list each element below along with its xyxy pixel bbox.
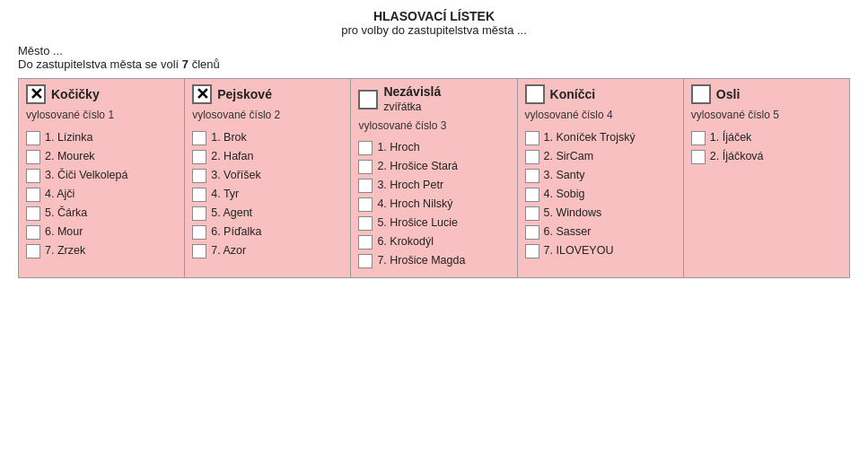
candidate-name: 5. Čárka [45,206,87,220]
candidate-checkbox-kocicky-4[interactable] [26,206,40,221]
candidate-list-kocicky: 1. Lízinka2. Mourek3. Čiči Velkolepá4. A… [26,130,177,258]
list-item: 7. Azor [192,243,343,258]
drawn-number-nezavisla: vylosované číslo 3 [358,118,509,134]
list-item: 5. Windows [525,206,676,221]
candidate-checkbox-osli-1[interactable] [691,150,706,164]
party-column-osli: Oslivylosované číslo 51. Íjáček2. Íjáčko… [684,79,849,277]
candidate-name: 4. Ajči [45,187,75,201]
list-item: 6. Krokodýl [358,234,509,250]
candidate-checkbox-pejskove-5[interactable] [192,225,206,240]
candidate-checkbox-kocicky-5[interactable] [26,225,40,240]
list-item: 2. Íjáčková [691,149,842,164]
candidate-name: 6. Píďalka [211,224,261,239]
party-checkbox-osli[interactable] [691,84,711,104]
candidate-name: 3. Voříšek [211,168,261,182]
columns-wrapper: ✕Kočičkyvylosované číslo 11. Lízinka2. M… [18,78,850,278]
list-item: 3. Čiči Velkolepá [26,168,177,183]
candidate-name: 1. Brok [211,130,247,144]
list-item: 3. Hroch Petr [358,178,509,193]
candidate-list-osli: 1. Íjáček2. Íjáčková [691,130,842,164]
candidate-list-pejskove: 1. Brok2. Hafan3. Voříšek4. Tyr5. Agent6… [192,130,343,258]
candidate-name: 5. Windows [544,206,602,220]
list-item: 4. Ajči [26,187,177,202]
candidate-checkbox-nezavisla-0[interactable] [358,141,373,155]
list-item: 4. Tyr [192,187,343,202]
drawn-number-konicci: vylosované číslo 4 [525,108,676,123]
party-checkbox-nezavisla[interactable] [358,90,378,109]
list-item: 1. Lízinka [26,130,177,145]
candidate-name: 5. Agent [211,206,252,220]
candidate-checkbox-pejskove-0[interactable] [192,131,206,145]
candidate-name: 7. Hrošice Magda [377,253,465,267]
candidate-name: 7. ILOVEYOU [544,243,614,258]
party-header-osli: Osli [691,84,842,104]
candidate-checkbox-pejskove-6[interactable] [192,244,206,258]
party-column-kocicky: ✕Kočičkyvylosované číslo 11. Lízinka2. M… [19,79,185,277]
drawn-number-pejskove: vylosované číslo 2 [192,108,343,123]
candidate-name: 2. SirCam [544,149,594,163]
candidate-checkbox-pejskove-2[interactable] [192,169,206,183]
candidate-name: 1. Íjáček [710,130,752,144]
member-line-suffix: členů [189,57,220,71]
party-name-konicci: Koníčci [550,87,596,101]
candidate-name: 5. Hrošice Lucie [377,215,458,230]
party-checkbox-kocicky[interactable]: ✕ [26,84,46,104]
party-header-kocicky: ✕Kočičky [26,84,177,104]
member-line: Do zastupitelstva města se volí 7 členů [18,57,850,71]
candidate-checkbox-kocicky-3[interactable] [26,188,40,202]
member-line-prefix: Do zastupitelstva města se volí [18,57,182,71]
party-name-nezavisla: Nezávislázvířátka [383,84,441,115]
list-item: 6. Mour [26,224,177,240]
candidate-checkbox-konicci-3[interactable] [525,188,539,202]
candidate-name: 6. Krokodýl [377,234,434,249]
list-item: 2. SirCam [525,149,676,164]
candidate-checkbox-pejskove-3[interactable] [192,188,206,202]
candidate-checkbox-konicci-0[interactable] [525,131,539,145]
candidate-list-konicci: 1. Koníček Trojský2. SirCam3. Santy4. So… [525,130,676,258]
list-item: 7. Zrzek [26,243,177,258]
candidate-checkbox-kocicky-0[interactable] [26,131,40,145]
candidate-checkbox-nezavisla-6[interactable] [358,254,373,268]
candidate-checkbox-kocicky-1[interactable] [26,150,40,164]
candidate-list-nezavisla: 1. Hroch2. Hrošice Stará3. Hroch Petr4. … [358,140,509,268]
candidate-checkbox-osli-0[interactable] [691,131,706,145]
party-checkbox-konicci[interactable] [525,84,545,104]
candidate-checkbox-konicci-5[interactable] [525,225,539,240]
list-item: 1. Brok [192,130,343,145]
candidate-name: 4. Hroch Nilský [377,197,452,211]
candidate-checkbox-konicci-2[interactable] [525,169,539,183]
candidate-checkbox-nezavisla-5[interactable] [358,235,373,250]
candidate-name: 6. Mour [45,224,83,239]
list-item: 2. Hafan [192,149,343,164]
drawn-number-osli: vylosované číslo 5 [691,108,842,123]
candidate-checkbox-konicci-1[interactable] [525,150,539,164]
party-header-pejskove: ✕Pejskové [192,84,343,104]
list-item: 5. Hrošice Lucie [358,215,509,231]
info-section: Město ... Do zastupitelstva města se vol… [18,44,850,71]
candidate-name: 4. Sobig [544,187,585,201]
page-header: HLASOVACÍ LÍSTEK pro volby do zastupitel… [18,9,850,37]
candidate-checkbox-konicci-4[interactable] [525,206,539,221]
candidate-name: 2. Hafan [211,149,253,163]
candidate-checkbox-kocicky-2[interactable] [26,169,40,183]
list-item: 4. Sobig [525,187,676,202]
party-checkbox-pejskove[interactable]: ✕ [192,84,212,104]
candidate-checkbox-nezavisla-4[interactable] [358,216,373,231]
candidate-checkbox-konicci-6[interactable] [525,244,539,258]
list-item: 7. ILOVEYOU [525,243,676,258]
list-item: 4. Hroch Nilský [358,197,509,212]
candidate-checkbox-nezavisla-2[interactable] [358,179,373,193]
member-count: 7 [182,57,189,71]
list-item: 1. Íjáček [691,130,842,145]
candidate-name: 1. Hroch [377,140,419,154]
list-item: 2. Hrošice Stará [358,159,509,174]
candidate-name: 2. Mourek [45,149,95,163]
party-header-nezavisla: Nezávislázvířátka [358,84,509,115]
candidate-name: 3. Hroch Petr [377,178,443,192]
candidate-checkbox-nezavisla-1[interactable] [358,160,373,174]
candidate-checkbox-pejskove-1[interactable] [192,150,206,164]
candidate-checkbox-kocicky-6[interactable] [26,244,40,258]
list-item: 1. Hroch [358,140,509,155]
candidate-checkbox-nezavisla-3[interactable] [358,197,373,212]
candidate-checkbox-pejskove-4[interactable] [192,206,206,221]
